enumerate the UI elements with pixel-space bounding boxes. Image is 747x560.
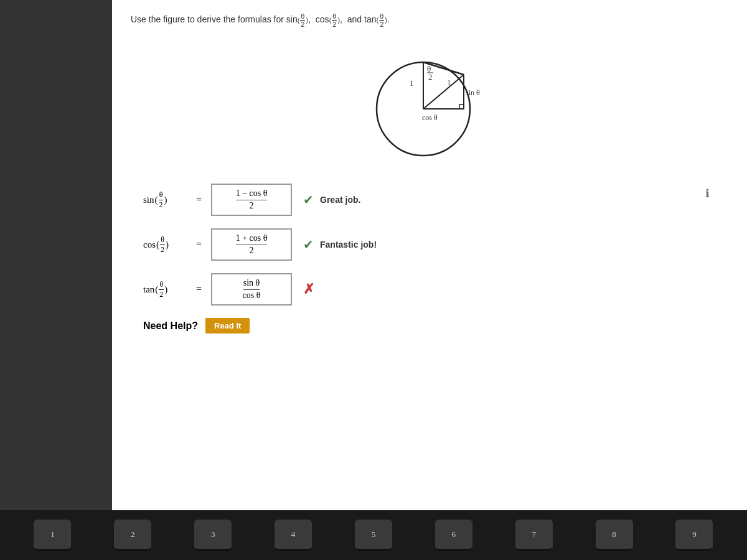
key-4[interactable]: 4 <box>275 520 312 551</box>
formula-row-sin: sin ( θ2 ) = 1 − cos θ 2 ✔ Great job. <box>143 184 728 216</box>
answer-box-cos[interactable]: 1 + cos θ 2 <box>211 228 292 261</box>
sin-numerator: 1 − cos θ <box>236 189 268 200</box>
key-8[interactable]: 8 <box>596 520 633 551</box>
key-1[interactable]: 1 <box>34 520 71 551</box>
main-content: Use the figure to derive the formulas fo… <box>112 0 747 510</box>
svg-rect-5 <box>459 105 464 109</box>
svg-text:1: 1 <box>447 78 451 87</box>
cos-denominator: 2 <box>250 246 254 256</box>
key-5[interactable]: 5 <box>355 520 392 551</box>
svg-text:cos θ: cos θ <box>422 113 438 122</box>
lhs-cos: cos ( θ2 ) <box>143 235 187 254</box>
formulas-section: sin ( θ2 ) = 1 − cos θ 2 ✔ Great job. co… <box>131 184 728 306</box>
key-2[interactable]: 2 <box>114 520 151 551</box>
info-icon[interactable]: ℹ <box>705 187 710 200</box>
instruction-text: Use the figure to derive the formulas fo… <box>131 12 728 28</box>
answer-box-tan[interactable]: sin θ cos θ <box>211 273 292 306</box>
key-3[interactable]: 3 <box>194 520 232 551</box>
formula-row-cos: cos ( θ2 ) = 1 + cos θ 2 ✔ Fantastic job… <box>143 228 728 261</box>
svg-text:sin θ: sin θ <box>466 88 480 97</box>
cos-numerator: 1 + cos θ <box>236 233 268 245</box>
svg-text:2: 2 <box>428 72 433 82</box>
keyboard-area: 1 2 3 4 5 6 7 8 9 <box>0 510 747 560</box>
lhs-tan: tan ( θ2 ) <box>143 280 187 299</box>
equals-tan: = <box>196 284 202 295</box>
x-icon-tan: ✗ <box>303 281 314 297</box>
equals-cos: = <box>196 239 202 250</box>
feedback-sin: Great job. <box>320 195 360 205</box>
formula-row-tan: tan ( θ2 ) = sin θ cos θ ✗ <box>143 273 728 306</box>
read-it-button[interactable]: Read It <box>205 318 250 334</box>
need-help-label: Need Help? <box>143 320 198 332</box>
sin-denominator: 2 <box>250 201 254 211</box>
circle-diagram: θ 2 1 cos θ sin θ 1 <box>131 40 728 165</box>
answer-box-sin[interactable]: 1 − cos θ 2 <box>211 184 292 216</box>
tan-numerator: sin θ <box>243 278 260 290</box>
feedback-cos: Fantastic job! <box>320 240 377 250</box>
check-icon-cos: ✔ <box>303 237 314 252</box>
check-icon-sin: ✔ <box>303 192 314 207</box>
tan-denominator: cos θ <box>243 291 261 301</box>
need-help-section: Need Help? Read It <box>131 318 728 334</box>
equals-sin: = <box>196 194 202 205</box>
key-9[interactable]: 9 <box>675 520 713 551</box>
lhs-sin: sin ( θ2 ) <box>143 190 187 210</box>
left-panel <box>0 0 112 510</box>
key-7[interactable]: 7 <box>515 520 553 551</box>
key-6[interactable]: 6 <box>435 520 472 551</box>
svg-text:1: 1 <box>410 78 414 88</box>
